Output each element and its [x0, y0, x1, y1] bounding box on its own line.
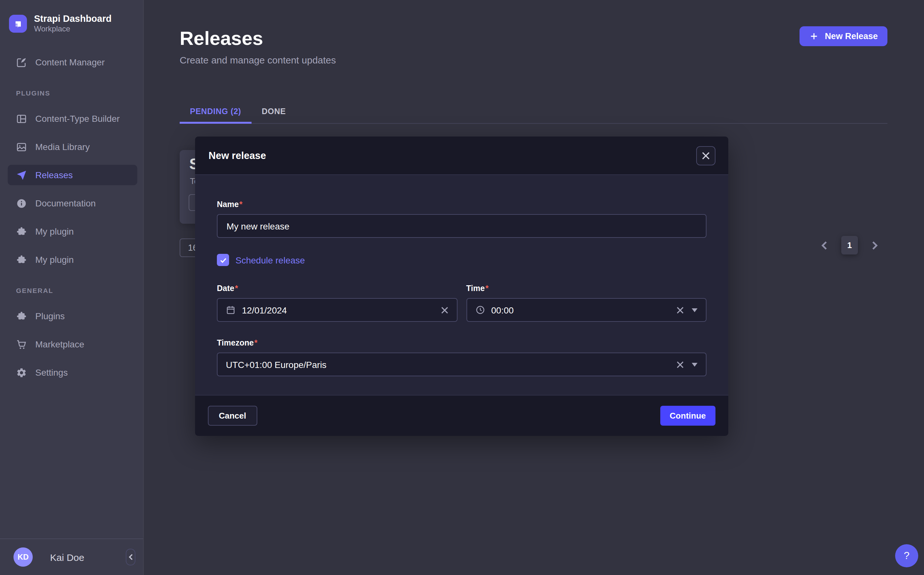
sidebar-item-plugins[interactable]: Plugins [8, 306, 137, 326]
pagination-prev-icon[interactable] [820, 240, 829, 250]
sidebar-item-marketplace[interactable]: Marketplace [8, 334, 137, 354]
required-asterisk: * [255, 338, 258, 348]
sidebar: Strapi Dashboard Workplace Content Manag… [0, 0, 144, 575]
modal-close-button[interactable] [696, 146, 715, 165]
help-button[interactable]: ? [895, 544, 918, 567]
timezone-label: Timezone* [217, 338, 706, 348]
sidebar-item-my-plugin-2[interactable]: My plugin [8, 249, 137, 270]
clear-icon[interactable] [441, 306, 448, 314]
modal-footer: Cancel Continue [195, 395, 728, 436]
workspace-brand[interactable]: Strapi Dashboard Workplace [0, 0, 143, 43]
calendar-icon [226, 305, 236, 315]
pagination: 1 [820, 236, 879, 254]
avatar[interactable]: KD [13, 548, 33, 567]
timezone-value: UTC+01:00 Europe/Paris [226, 359, 670, 370]
sidebar-item-content-type-builder[interactable]: Content-Type Builder [8, 108, 137, 129]
tabs: PENDING (2) DONE [180, 102, 887, 124]
date-label: Date* [217, 284, 457, 294]
close-icon [702, 152, 710, 159]
new-release-modal: New release Name* Schedule release [195, 137, 728, 436]
layout-grid-icon [16, 113, 27, 124]
tab-done[interactable]: DONE [252, 102, 296, 124]
schedule-release-label: Schedule release [236, 255, 305, 265]
strapi-logo-icon [9, 15, 27, 33]
required-asterisk: * [235, 284, 238, 293]
checkbox-checked-icon[interactable] [217, 254, 229, 266]
sidebar-item-content-manager[interactable]: Content Manager [8, 52, 137, 72]
paper-plane-icon [16, 170, 27, 181]
sidebar-item-label: My plugin [35, 254, 74, 265]
clear-icon[interactable] [676, 361, 684, 368]
sidebar-item-settings[interactable]: Settings [8, 362, 137, 383]
date-field-group: Date* 12/01/2024 [217, 284, 457, 322]
sidebar-item-label: Content Manager [35, 57, 105, 67]
required-asterisk: * [239, 200, 242, 209]
sidebar-item-label: Media Library [35, 142, 90, 152]
chevron-down-icon[interactable] [692, 308, 698, 312]
name-field-group: Name* [217, 200, 706, 238]
schedule-release-toggle[interactable]: Schedule release [217, 254, 706, 266]
clear-icon[interactable] [676, 306, 684, 314]
workspace-title: Strapi Dashboard [34, 13, 112, 24]
chevron-down-icon[interactable] [692, 362, 698, 366]
sidebar-item-releases[interactable]: Releases [8, 165, 137, 185]
clock-icon [475, 305, 485, 315]
sidebar-item-documentation[interactable]: Documentation [8, 193, 137, 213]
sidebar-item-label: Releases [35, 170, 73, 180]
name-label: Name* [217, 200, 706, 210]
sidebar-collapse-button[interactable] [126, 549, 135, 565]
page-subtitle: Create and manage content updates [180, 54, 336, 65]
plus-icon [809, 32, 819, 41]
user-name: Kai Doe [50, 551, 126, 562]
modal-header: New release [195, 137, 728, 175]
time-field-group: Time* 00:00 [466, 284, 706, 322]
sidebar-item-my-plugin-1[interactable]: My plugin [8, 221, 137, 241]
cancel-button[interactable]: Cancel [208, 406, 257, 426]
new-release-button[interactable]: New Release [800, 26, 887, 46]
sidebar-item-label: Content-Type Builder [35, 113, 119, 124]
brand-text: Strapi Dashboard Workplace [34, 13, 112, 34]
gear-icon [16, 367, 27, 378]
sidebar-nav: Content Manager PLUGINS Content-Type Bui… [0, 43, 143, 383]
sidebar-item-label: Documentation [35, 198, 96, 208]
sidebar-item-label: Marketplace [35, 339, 84, 349]
date-picker[interactable]: 12/01/2024 [217, 298, 457, 322]
puzzle-icon [16, 311, 27, 321]
image-icon [16, 141, 27, 152]
cart-icon [16, 339, 27, 350]
pagination-page-1[interactable]: 1 [841, 236, 858, 254]
timezone-field-group: Timezone* UTC+01:00 Europe/Paris [217, 338, 706, 376]
tab-pending[interactable]: PENDING (2) [180, 102, 252, 124]
page-title: Releases [180, 27, 263, 49]
sidebar-user-area: KD Kai Doe [0, 538, 143, 575]
sidebar-section-plugins: PLUGINS [16, 89, 143, 97]
puzzle-icon [16, 226, 27, 237]
puzzle-icon [16, 254, 27, 265]
date-time-row: Date* 12/01/2024 Time* [217, 284, 706, 322]
sidebar-item-label: My plugin [35, 226, 74, 237]
modal-body: Name* Schedule release Date* [195, 175, 728, 395]
timezone-select[interactable]: UTC+01:00 Europe/Paris [217, 353, 706, 376]
chevron-left-icon [128, 554, 133, 560]
required-asterisk: * [486, 284, 489, 293]
info-circle-icon [16, 198, 27, 209]
modal-title: New release [209, 150, 266, 161]
sidebar-item-media-library[interactable]: Media Library [8, 137, 137, 157]
continue-button[interactable]: Continue [660, 406, 715, 426]
feather-pen-icon [16, 57, 27, 68]
date-value: 12/01/2024 [242, 305, 434, 315]
time-label: Time* [466, 284, 706, 294]
sidebar-item-label: Settings [35, 367, 68, 378]
sidebar-section-general: GENERAL [16, 286, 143, 294]
sidebar-item-label: Plugins [35, 311, 65, 321]
strapi-app: Strapi Dashboard Workplace Content Manag… [0, 0, 924, 575]
time-value: 00:00 [491, 305, 670, 315]
name-input[interactable] [217, 214, 706, 238]
pagination-next-icon[interactable] [870, 240, 879, 250]
workspace-subtitle: Workplace [34, 24, 112, 34]
time-picker[interactable]: 00:00 [466, 298, 706, 322]
